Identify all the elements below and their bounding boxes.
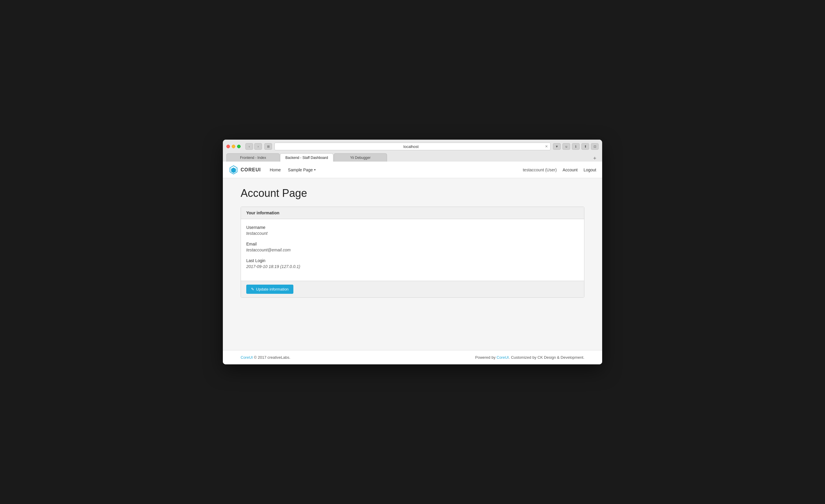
tab-debugger[interactable]: Yii Debugger — [334, 153, 387, 161]
address-text: localhost — [277, 144, 545, 149]
update-information-button[interactable]: Update information — [246, 285, 293, 294]
traffic-lights — [226, 145, 241, 148]
logo-text: COREUI — [241, 167, 261, 172]
navbar: COREUI Home Sample Page ▾ testaccount (U… — [223, 161, 602, 178]
reader-button[interactable]: u — [562, 143, 570, 150]
browser-chrome: ‹ › ⊞ localhost ✕ ▼ u ℹ ⬆ ⊡ Frontend - I… — [223, 140, 602, 161]
page-content: COREUI Home Sample Page ▾ testaccount (U… — [223, 161, 602, 364]
logo-icon — [229, 165, 238, 174]
nav-logout-link[interactable]: Logout — [584, 167, 596, 172]
card-header: Your information — [241, 207, 584, 219]
footer-right: Powered by CoreUI. Customized by CK Desi… — [475, 355, 584, 360]
nav-account-link[interactable]: Account — [563, 167, 578, 172]
browser-window: ‹ › ⊞ localhost ✕ ▼ u ℹ ⬆ ⊡ Frontend - I… — [223, 140, 602, 364]
fullscreen-button[interactable] — [237, 145, 241, 148]
dropdown-caret: ▾ — [314, 168, 316, 171]
tab-layout-button[interactable]: ⊞ — [264, 143, 272, 150]
tab-frontend[interactable]: Frontend - Index — [226, 153, 280, 161]
pocket-button[interactable]: ▼ — [553, 143, 561, 150]
nav-sample-page[interactable]: Sample Page ▾ — [288, 167, 316, 172]
nav-links: Home Sample Page ▾ — [270, 167, 523, 172]
forward-button[interactable]: › — [254, 143, 262, 150]
address-bar-row: localhost ✕ — [275, 143, 550, 150]
card-body: Username testaccount Email testaccount@e… — [241, 219, 584, 281]
tab-backend[interactable]: Backend - Staff Dashboard — [280, 153, 333, 161]
username-value: testaccount — [246, 231, 579, 236]
main-content: Account Page Your information Username t… — [223, 178, 602, 350]
sidebar-button[interactable]: ⊡ — [591, 143, 599, 150]
card-header-title: Your information — [246, 211, 280, 215]
logo: COREUI — [229, 165, 261, 174]
email-field: Email testaccount@email.com — [246, 242, 579, 252]
nav-buttons: ‹ › — [245, 143, 262, 150]
email-value: testaccount@email.com — [246, 247, 579, 252]
footer-coreui-link-right[interactable]: CoreUI — [497, 355, 509, 360]
edit-icon — [251, 287, 254, 291]
info-button[interactable]: ℹ — [572, 143, 580, 150]
minimize-button[interactable] — [232, 145, 235, 148]
browser-actions: ▼ u ℹ ⬆ ⊡ — [553, 143, 599, 150]
username-label: Username — [246, 225, 579, 230]
nav-home[interactable]: Home — [270, 167, 281, 172]
page-footer: CoreUI © 2017 creativeLabs. Powered by C… — [223, 350, 602, 364]
last-login-value: 2017-09-10 18:19 (127.0.0.1) — [246, 264, 579, 269]
email-label: Email — [246, 242, 579, 246]
address-clear[interactable]: ✕ — [545, 144, 548, 149]
account-card: Your information Username testaccount Em… — [241, 207, 584, 298]
card-footer: Update information — [241, 281, 584, 297]
last-login-field: Last Login 2017-09-10 18:19 (127.0.0.1) — [246, 258, 579, 269]
nav-right: testaccount (User) Account Logout — [523, 167, 596, 172]
browser-titlebar: ‹ › ⊞ localhost ✕ ▼ u ℹ ⬆ ⊡ — [226, 143, 599, 150]
footer-left: CoreUI © 2017 creativeLabs. — [241, 355, 290, 360]
add-tab-button[interactable]: + — [591, 155, 599, 161]
footer-powered-by: Powered by — [475, 355, 496, 360]
address-bar[interactable]: localhost ✕ — [275, 143, 550, 150]
share-button[interactable]: ⬆ — [581, 143, 589, 150]
nav-username: testaccount (User) — [523, 167, 556, 172]
close-button[interactable] — [226, 145, 230, 148]
footer-right-text: . Customized by CK Design & Development. — [509, 355, 584, 360]
username-field: Username testaccount — [246, 225, 579, 236]
page-title: Account Page — [241, 187, 584, 200]
footer-left-text: © 2017 creativeLabs. — [254, 355, 290, 360]
footer-coreui-link-left[interactable]: CoreUI — [241, 355, 253, 360]
back-button[interactable]: ‹ — [245, 143, 253, 150]
last-login-label: Last Login — [246, 258, 579, 263]
tabs-bar: Frontend - Index Backend - Staff Dashboa… — [226, 153, 599, 161]
